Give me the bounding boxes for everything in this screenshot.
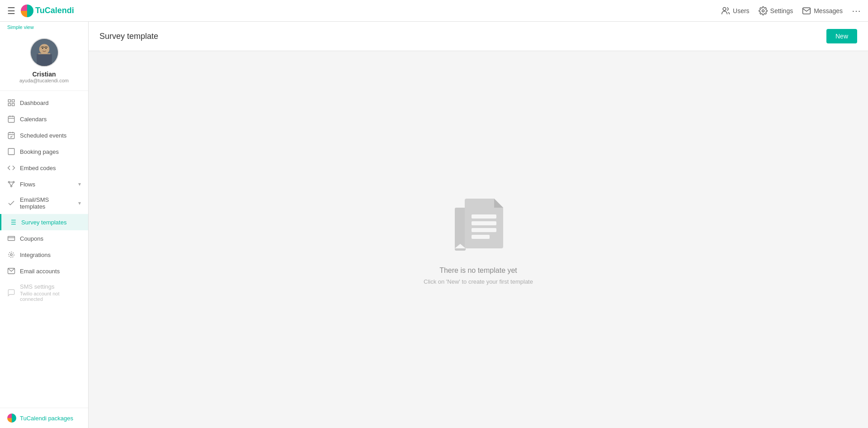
users-label: Users xyxy=(733,7,750,14)
calendar-check-icon xyxy=(7,131,15,139)
new-button[interactable]: New xyxy=(826,29,857,43)
sidebar-item-booking-pages[interactable]: Booking pages xyxy=(0,143,88,160)
settings-nav[interactable]: Settings xyxy=(759,6,793,15)
svg-rect-44 xyxy=(472,221,496,225)
calendar-icon xyxy=(7,115,15,123)
grid-icon xyxy=(7,99,15,107)
coupon-icon xyxy=(7,234,15,243)
empty-doc-svg xyxy=(451,194,510,262)
svg-point-36 xyxy=(9,252,14,257)
sidebar-label-sms-settings: SMS settings xyxy=(20,283,81,290)
packages-label: TuCalendi packages xyxy=(20,415,73,422)
sidebar-item-integrations[interactable]: Integrations xyxy=(0,247,88,263)
svg-rect-8 xyxy=(37,54,52,66)
logo-tu: Tu xyxy=(35,6,45,15)
messages-icon xyxy=(802,6,811,15)
svg-line-27 xyxy=(12,183,14,185)
svg-rect-46 xyxy=(472,235,490,239)
flows-chevron-icon: ▾ xyxy=(78,181,81,187)
avatar-image xyxy=(31,39,58,66)
sidebar-label-coupons: Coupons xyxy=(20,235,81,242)
flows-icon xyxy=(7,180,15,188)
svg-rect-11 xyxy=(12,104,14,106)
svg-rect-12 xyxy=(8,104,10,106)
svg-rect-13 xyxy=(8,116,14,123)
sidebar-item-email-accounts[interactable]: Email accounts xyxy=(0,263,88,279)
bookmark-icon xyxy=(7,147,15,156)
empty-illustration xyxy=(451,194,505,257)
sidebar-item-packages[interactable]: TuCalendi packages xyxy=(7,414,81,423)
svg-rect-10 xyxy=(12,100,14,102)
more-options-icon[interactable]: ⋯ xyxy=(852,5,861,16)
svg-rect-9 xyxy=(8,100,10,102)
logo-circle-icon xyxy=(21,5,33,17)
sidebar-item-email-sms[interactable]: Email/SMS templates ▾ xyxy=(0,192,88,214)
sidebar-item-embed-codes[interactable]: Embed codes xyxy=(0,160,88,176)
logo-calendi: Calendi xyxy=(45,6,74,15)
svg-point-6 xyxy=(42,48,43,49)
svg-point-35 xyxy=(10,254,13,256)
sidebar-item-calendars[interactable]: Calendars xyxy=(0,111,88,127)
empty-subtitle: Click on 'New' to create your first temp… xyxy=(424,278,533,285)
survey-icon xyxy=(9,218,17,226)
users-icon xyxy=(721,6,730,15)
sidebar-label-email-accounts: Email accounts xyxy=(20,268,81,275)
topbar-right: Users Settings Messages ⋯ xyxy=(721,5,861,16)
svg-rect-21 xyxy=(8,148,14,155)
email-sms-chevron-icon: ▾ xyxy=(78,200,81,206)
page-title: Survey template xyxy=(99,32,158,41)
code-icon xyxy=(7,164,15,172)
nav-section: Dashboard Calendars Scheduled events Boo… xyxy=(0,91,88,408)
sidebar-item-scheduled-events[interactable]: Scheduled events xyxy=(0,127,88,143)
page-header: Survey template New xyxy=(89,22,868,51)
sidebar-sub-sms: Twilio account not connected xyxy=(20,291,81,302)
svg-point-24 xyxy=(11,185,12,187)
check-circle-icon xyxy=(7,199,15,207)
sidebar-label-email-sms: Email/SMS templates xyxy=(20,196,74,210)
topbar-left: ☰ TuCalendi xyxy=(7,5,74,17)
user-profile: Cristian ayuda@tucalendi.com xyxy=(0,33,88,91)
sidebar-bottom: TuCalendi packages xyxy=(0,408,88,428)
avatar xyxy=(30,38,59,67)
logo: TuCalendi xyxy=(21,5,74,17)
logo-text: TuCalendi xyxy=(35,6,74,15)
menu-icon[interactable]: ☰ xyxy=(7,5,15,16)
packages-logo-icon xyxy=(7,414,16,423)
svg-point-0 xyxy=(723,7,726,10)
sidebar-item-flows[interactable]: Flows ▾ xyxy=(0,176,88,192)
svg-point-22 xyxy=(8,181,9,183)
svg-rect-45 xyxy=(472,228,496,232)
sms-icon xyxy=(7,289,15,297)
messages-label: Messages xyxy=(814,7,843,14)
simple-view-link[interactable]: Simple view xyxy=(0,22,88,33)
sidebar: Simple view Cristian ayuda@ xyxy=(0,0,89,428)
messages-nav[interactable]: Messages xyxy=(802,6,843,15)
sidebar-label-booking-pages: Booking pages xyxy=(20,148,81,155)
svg-point-3 xyxy=(39,44,49,54)
sidebar-item-survey-templates[interactable]: Survey templates xyxy=(0,214,88,230)
empty-title: There is no template yet xyxy=(439,266,517,275)
integrations-icon xyxy=(7,251,15,259)
main-content: Survey template New There is no templat xyxy=(89,22,868,428)
settings-label: Settings xyxy=(770,7,793,14)
svg-line-26 xyxy=(9,183,11,185)
avatar-svg xyxy=(31,38,58,67)
sidebar-label-integrations: Integrations xyxy=(20,252,81,258)
sidebar-label-embed-codes: Embed codes xyxy=(20,165,81,171)
sidebar-label-calendars: Calendars xyxy=(20,116,81,123)
settings-icon xyxy=(759,6,768,15)
sidebar-label-survey-templates: Survey templates xyxy=(21,219,81,226)
email-icon xyxy=(7,267,15,275)
svg-point-7 xyxy=(45,48,47,49)
sidebar-item-dashboard[interactable]: Dashboard xyxy=(0,95,88,111)
users-nav[interactable]: Users xyxy=(721,6,750,15)
sidebar-item-sms-settings: SMS settings Twilio account not connecte… xyxy=(0,279,88,306)
sidebar-label-dashboard: Dashboard xyxy=(20,100,81,106)
svg-point-1 xyxy=(762,10,764,12)
sidebar-label-flows: Flows xyxy=(20,181,74,188)
topbar: ☰ TuCalendi Users Settings Message xyxy=(0,0,868,22)
empty-state: There is no template yet Click on 'New' … xyxy=(89,51,868,428)
user-name: Cristian xyxy=(32,71,56,78)
sidebar-item-coupons[interactable]: Coupons xyxy=(0,230,88,247)
sidebar-label-scheduled-events: Scheduled events xyxy=(20,132,81,139)
